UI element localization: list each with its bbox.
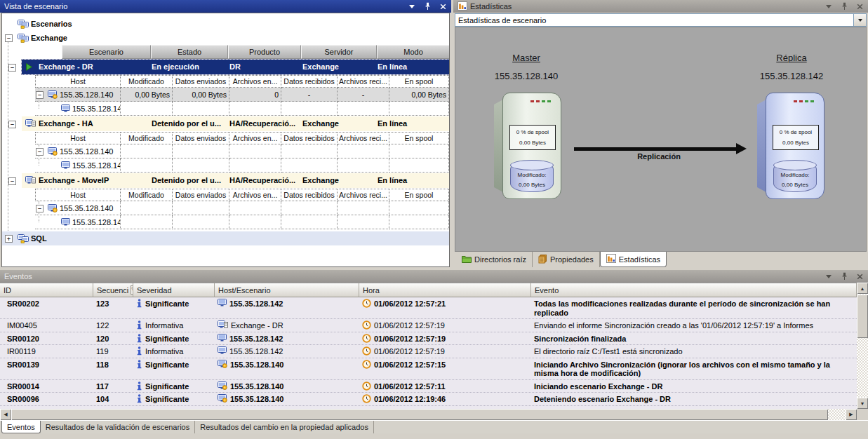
host-column-header[interactable]: En spool [389, 133, 449, 144]
collapse-toggle[interactable] [36, 148, 44, 156]
chevron-down-icon[interactable] [853, 14, 866, 26]
host-column-header[interactable]: Datos recibidos [281, 133, 338, 144]
host-column-header[interactable]: En spool [389, 189, 449, 201]
collapse-toggle[interactable] [36, 91, 44, 99]
host-column-header[interactable]: Modificado [121, 189, 173, 201]
host-column-header[interactable]: Datos recibidos [281, 189, 338, 201]
host-ip: 155.35.128.142 [72, 161, 121, 170]
scenario-host-icon [218, 320, 228, 329]
event-row[interactable]: SR00014 117 Significante 155.35.128.140 … [0, 380, 857, 393]
statistics-type-select[interactable]: Estadísticas de escenario [455, 13, 867, 27]
scenario-row[interactable]: Exchange - HA Detenido por el u... HA/Re… [22, 116, 450, 131]
host-stat-cell [281, 201, 338, 215]
event-id: IR00119 [0, 345, 93, 358]
column-header[interactable]: Estado [151, 45, 228, 59]
scroll-left-button[interactable]: ◀ [0, 409, 11, 420]
column-header-hora[interactable]: Hora [359, 283, 531, 297]
collapse-toggle[interactable] [8, 64, 16, 72]
tree-item-sql[interactable]: SQL [2, 231, 449, 245]
host-row[interactable]: 155.35.128.142 [35, 158, 449, 173]
host-column-header[interactable]: Archivos en... [229, 133, 281, 144]
event-description: Iniciando Archivo Sincronización (ignora… [531, 358, 857, 379]
event-row[interactable]: SR00120 120 Significante 155.35.128.142 … [0, 332, 857, 346]
event-severity: Informativa [145, 347, 183, 356]
tab-eventos[interactable]: Eventos [1, 421, 41, 433]
tree-item-escenarios[interactable]: Escenarios [2, 17, 449, 31]
host-column-header[interactable]: Archivos reci... [338, 133, 389, 144]
scenario-row[interactable]: Exchange - MoveIP Detenido por el u... H… [22, 173, 450, 188]
host-row[interactable]: 155.35.128.140 [35, 201, 449, 215]
host-row[interactable]: 155.35.128.140 0,00 Bytes0,00 Bytes0--0,… [35, 88, 449, 102]
tree-item-exchange[interactable]: Exchange [2, 31, 449, 45]
host-column-header[interactable]: En spool [389, 76, 449, 88]
host-column-header[interactable]: Archivos en... [229, 76, 281, 88]
host-column-header[interactable]: Datos enviados [173, 189, 229, 201]
close-icon[interactable] [855, 2, 864, 11]
replica-spool-stats: 0 % de spool 0,00 Bytes [773, 125, 819, 150]
host-column-header[interactable]: Modificado [121, 76, 173, 88]
tab-propiedades[interactable]: Propiedades [533, 252, 600, 267]
host-column-header[interactable]: Host [35, 133, 121, 144]
tab-estadisticas[interactable]: Estadísticas [600, 252, 667, 267]
host-stat-cell [229, 144, 281, 158]
event-time: 01/06/2012 12:57:11 [374, 382, 446, 391]
event-row[interactable]: SR00096 104 Significante 155.35.128.140 … [0, 393, 857, 406]
column-header[interactable]: Escenario [62, 45, 151, 59]
column-header[interactable]: Modo [377, 45, 450, 59]
column-header[interactable]: Servidor [301, 45, 377, 59]
event-row[interactable]: SR00139 118 Significante 155.35.128.140 … [0, 358, 857, 380]
host-row[interactable]: 155.35.128.142 [35, 102, 449, 116]
dropdown-menu-icon[interactable] [824, 272, 833, 281]
scroll-right-button[interactable]: ▶ [846, 409, 857, 420]
host-column-header[interactable]: Datos enviados [173, 133, 229, 144]
host-column-header[interactable]: Archivos en... [229, 189, 281, 201]
severity-info-icon [136, 381, 142, 391]
dropdown-menu-icon[interactable] [824, 2, 833, 11]
scroll-up-button[interactable]: ▲ [857, 283, 868, 294]
scroll-down-button[interactable]: ▼ [857, 398, 868, 409]
expand-toggle[interactable] [5, 235, 13, 243]
scrollbar-thumb[interactable] [857, 295, 868, 338]
column-header-severidad[interactable]: Severidad [133, 283, 215, 297]
host-column-header[interactable]: Host [35, 189, 121, 201]
events-horizontal-scrollbar[interactable]: ◀ ▶ [0, 409, 857, 420]
pin-icon[interactable] [423, 2, 432, 11]
event-host: 155.35.128.142 [229, 299, 283, 309]
event-row[interactable]: IM00405 122 Informativa Exchange - DR 01… [0, 319, 857, 332]
scenario-group-icon [18, 234, 29, 243]
close-icon[interactable] [855, 272, 864, 281]
host-column-header[interactable]: Archivos reci... [338, 76, 389, 88]
tab-resultados-cambio-propiedad[interactable]: Resultados del cambio en la propiedad ap… [195, 421, 374, 433]
collapse-toggle[interactable] [8, 177, 16, 185]
column-header[interactable]: Producto [228, 45, 301, 59]
collapse-toggle[interactable] [8, 121, 16, 128]
scenario-row[interactable]: Exchange - DR En ejecución DR Exchange E… [22, 60, 450, 74]
pin-icon[interactable] [840, 272, 848, 281]
host-column-header[interactable]: Archivos reci... [338, 189, 389, 201]
tab-resultados-validacion[interactable]: Resultados de la validación de escenario… [41, 421, 195, 433]
event-row[interactable]: SR00202 123 Significante 155.35.128.142 … [0, 297, 857, 319]
event-row[interactable]: IR00119 119 Informativa 155.35.128.142 0… [0, 345, 857, 358]
dropdown-menu-icon[interactable] [408, 2, 416, 11]
collapse-toggle[interactable] [36, 205, 44, 212]
tab-directorios-raiz[interactable]: Directorios raíz [456, 252, 533, 267]
host-row[interactable]: 155.35.128.140 [35, 144, 449, 158]
column-header-host[interactable]: Host/Escenario [215, 283, 359, 297]
host-ip: 155.35.128.140 [60, 204, 113, 212]
column-header-secuencia[interactable]: Secuenci [93, 283, 133, 297]
column-header-evento[interactable]: Evento [531, 283, 857, 297]
host-column-header[interactable]: Host [35, 76, 121, 88]
master-host-icon [218, 394, 227, 403]
pin-icon[interactable] [840, 2, 848, 11]
column-header-id[interactable]: ID [0, 283, 93, 297]
scenario-icon [25, 119, 36, 129]
host-column-header[interactable]: Datos enviados [173, 76, 229, 88]
collapse-toggle[interactable] [5, 34, 13, 42]
host-column-header[interactable]: Datos recibidos [281, 76, 338, 88]
close-icon[interactable] [439, 2, 447, 11]
scrollbar-thumb[interactable] [11, 409, 828, 420]
event-severity: Informativa [145, 321, 183, 330]
host-column-header[interactable]: Modificado [121, 133, 173, 144]
events-vertical-scrollbar[interactable]: ▲ ▼ [857, 283, 868, 409]
host-row[interactable]: 155.35.128.142 [35, 215, 449, 229]
